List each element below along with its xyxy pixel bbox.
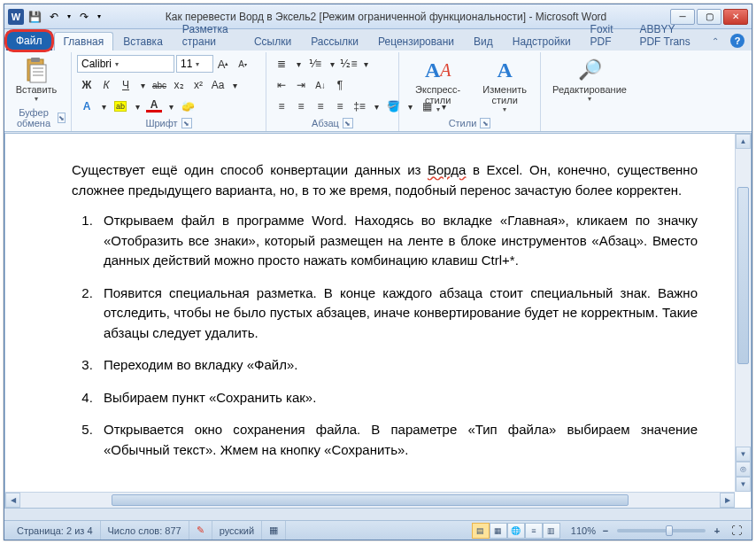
font-name-combo[interactable]: Calibri▾: [77, 55, 174, 73]
undo-dropdown[interactable]: ▾: [65, 8, 73, 26]
list-item[interactable]: Переходим во вкладку «Файл».: [96, 355, 698, 376]
spell-error[interactable]: Ворда: [428, 162, 466, 177]
view-draft[interactable]: ▥: [543, 523, 560, 539]
tab-review[interactable]: Рецензировани: [368, 32, 464, 51]
tab-addins[interactable]: Надстройки: [503, 32, 581, 51]
status-page[interactable]: Страница: 2 из 4: [10, 521, 101, 540]
tab-page-layout[interactable]: Разметка страни: [173, 19, 244, 51]
superscript-button[interactable]: x²: [189, 75, 208, 95]
numbering-button[interactable]: ⅟≡: [305, 54, 325, 74]
intro-paragraph[interactable]: Существует ещё один способ конвертации д…: [72, 160, 698, 200]
tab-foxit[interactable]: Foxit PDF: [581, 19, 630, 51]
tab-references[interactable]: Ссылки: [244, 32, 301, 51]
text-effects-button[interactable]: A: [77, 97, 96, 116]
italic-button[interactable]: К: [96, 75, 116, 95]
zoom-out-button[interactable]: −: [599, 525, 612, 537]
list-item[interactable]: Выбираем пункт «Сохранить как».: [96, 388, 698, 408]
status-proofing[interactable]: ✎: [189, 521, 212, 540]
highlight-button[interactable]: ab: [111, 97, 130, 116]
scroll-up-button[interactable]: ▲: [736, 134, 751, 149]
paste-button[interactable]: Вставить ▾: [13, 54, 59, 105]
show-marks-button[interactable]: ¶: [330, 75, 350, 95]
grow-font-button[interactable]: A▴: [213, 54, 233, 74]
quick-styles-button[interactable]: AA Экспресс-стили ▾: [405, 54, 471, 115]
align-right-button[interactable]: ≡: [311, 97, 330, 116]
tab-home[interactable]: Главная: [54, 32, 114, 51]
close-button[interactable]: ✕: [723, 9, 748, 25]
customize-qat[interactable]: ▾: [95, 8, 104, 26]
align-center-button[interactable]: ≡: [291, 97, 311, 116]
tab-file[interactable]: Файл: [6, 31, 52, 51]
font-size-combo[interactable]: 11▾: [176, 55, 213, 73]
prev-page-button[interactable]: ◎: [736, 462, 751, 477]
bold-button[interactable]: Ж: [77, 75, 96, 95]
numbering-dropdown[interactable]: ▾: [325, 54, 339, 74]
app-window: W 💾 ↶ ▾ ↷ ▾ Как перевести Ворд в Эксель2…: [4, 4, 752, 540]
bullets-button[interactable]: ≣: [272, 54, 291, 74]
increase-indent-button[interactable]: ⇥: [291, 75, 311, 95]
document-content[interactable]: Существует ещё один способ конвертации д…: [5, 134, 751, 490]
styles-launcher[interactable]: ⬊: [480, 118, 490, 128]
zoom-level[interactable]: 110%: [567, 525, 599, 536]
tab-insert[interactable]: Вставка: [113, 32, 173, 51]
status-word-count[interactable]: Число слов: 877: [101, 521, 189, 540]
change-case-button[interactable]: Aa: [208, 75, 228, 95]
font-color-dropdown[interactable]: ▾: [164, 97, 178, 116]
zoom-thumb[interactable]: [666, 525, 673, 536]
status-macro[interactable]: ▦: [262, 521, 286, 540]
view-print-layout[interactable]: ▤: [472, 523, 490, 539]
sort-button[interactable]: A↓: [311, 75, 330, 95]
help-button[interactable]: ?: [730, 34, 744, 48]
zoom-slider[interactable]: [617, 529, 706, 532]
list-item[interactable]: Появится специальная разметка. В конце к…: [96, 284, 698, 344]
list-item[interactable]: Открываем файл в программе Word. Находяс…: [96, 211, 698, 271]
paragraph-launcher[interactable]: ⬊: [343, 118, 353, 128]
clipboard-launcher[interactable]: ⬊: [58, 113, 66, 123]
tab-view[interactable]: Вид: [464, 32, 503, 51]
font-launcher[interactable]: ⬊: [181, 118, 192, 128]
clear-format-button[interactable]: 🧽: [178, 97, 197, 116]
tab-abbyy[interactable]: ABBYY PDF Trans: [629, 19, 706, 51]
decrease-indent-button[interactable]: ⇤: [272, 75, 291, 95]
scroll-left-button[interactable]: ◀: [5, 493, 20, 508]
change-styles-button[interactable]: A Изменить стили ▾: [474, 54, 535, 115]
save-button[interactable]: 💾: [26, 8, 43, 26]
vertical-scrollbar[interactable]: ▲ ▼ ◎ ▼: [735, 134, 751, 492]
hscroll-thumb[interactable]: [112, 494, 629, 506]
vscroll-thumb[interactable]: [737, 187, 749, 364]
find-button[interactable]: 🔎 Редактирование ▾: [546, 54, 633, 105]
app-icon[interactable]: W: [8, 9, 24, 25]
view-web[interactable]: 🌐: [507, 523, 525, 539]
redo-button[interactable]: ↷: [75, 8, 93, 26]
bullets-dropdown[interactable]: ▾: [291, 54, 305, 74]
multilevel-button[interactable]: ⅟₂≡: [339, 54, 359, 74]
justify-button[interactable]: ≡: [330, 97, 350, 116]
underline-button[interactable]: Ч: [116, 75, 135, 95]
quick-styles-icon: AA: [424, 56, 452, 84]
multilevel-dropdown[interactable]: ▾: [359, 54, 373, 74]
minimize-ribbon-button[interactable]: ⌃: [706, 31, 725, 51]
fit-window-button[interactable]: ⛶: [727, 521, 746, 540]
subscript-button[interactable]: x₂: [169, 75, 189, 95]
underline-dropdown[interactable]: ▾: [135, 75, 150, 95]
line-spacing-button[interactable]: ‡≡: [350, 97, 369, 116]
strike-button[interactable]: abc: [150, 75, 169, 95]
text-effects-dropdown[interactable]: ▾: [96, 97, 111, 116]
zoom-in-button[interactable]: +: [711, 525, 723, 537]
line-spacing-dropdown[interactable]: ▾: [369, 97, 383, 116]
next-page-button[interactable]: ▼: [736, 477, 751, 492]
align-left-button[interactable]: ≡: [272, 97, 291, 116]
view-outline[interactable]: ≡: [525, 523, 543, 539]
change-case-dropdown[interactable]: ▾: [228, 75, 242, 95]
tab-mailings[interactable]: Рассылки: [301, 32, 368, 51]
font-color-button[interactable]: A: [144, 97, 164, 116]
horizontal-scrollbar[interactable]: ◀ ▶: [5, 492, 735, 508]
undo-button[interactable]: ↶: [45, 8, 63, 26]
status-language[interactable]: русский: [212, 521, 262, 540]
scroll-down-button[interactable]: ▼: [736, 447, 751, 462]
scroll-right-button[interactable]: ▶: [720, 493, 735, 508]
view-fullscreen[interactable]: ▦: [490, 523, 507, 539]
shrink-font-button[interactable]: A▾: [233, 54, 252, 74]
highlight-dropdown[interactable]: ▾: [130, 97, 144, 116]
list-item[interactable]: Открывается окно сохранения файла. В пар…: [96, 420, 698, 460]
